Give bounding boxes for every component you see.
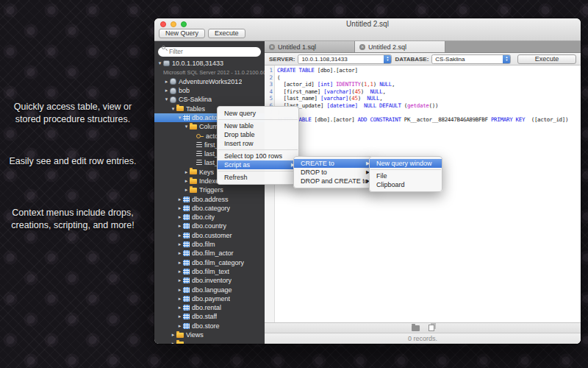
disclosure-closed-icon[interactable]: ▸ bbox=[170, 341, 176, 344]
tree-item-label: Microsoft SQL Server 2012 - 11.0.2100.60… bbox=[163, 69, 265, 76]
table-icon bbox=[183, 250, 190, 256]
tree-item-dbo-address[interactable]: ▸dbo.address bbox=[154, 194, 265, 203]
execute-query-button[interactable]: Execute bbox=[517, 54, 576, 64]
tree-item-dbo-country[interactable]: ▸dbo.country bbox=[154, 222, 265, 230]
disclosure-closed-icon[interactable]: ▸ bbox=[183, 187, 190, 193]
menu-item-script-as[interactable]: Script as▶ bbox=[218, 160, 298, 169]
tree-item-dbo-city[interactable]: ▸dbo.city bbox=[154, 213, 265, 222]
disclosure-closed-icon[interactable]: ▸ bbox=[170, 332, 176, 338]
marketing-blurb-structures: Quickly access table, view or stored pro… bbox=[7, 101, 138, 125]
zoom-window-button[interactable] bbox=[181, 21, 187, 27]
disclosure-open-icon[interactable]: ▾ bbox=[176, 115, 183, 121]
marketing-blurb-context-menus: Context menus include drops, creations, … bbox=[7, 207, 138, 231]
disclosure-closed-icon[interactable]: ▸ bbox=[176, 241, 183, 247]
tree-item-dbo-inventory[interactable]: ▸dbo.inventory bbox=[154, 276, 265, 285]
db-icon bbox=[170, 88, 176, 94]
tree-item-label: CS-Saklina bbox=[179, 96, 212, 103]
server-dropdown[interactable]: 10.0.1.108,31433 ▴▾ bbox=[298, 54, 392, 64]
menu-item-new-table[interactable]: New table bbox=[218, 121, 298, 130]
titlebar[interactable]: Untitled 2.sql bbox=[154, 18, 581, 29]
execute-toolbar-button[interactable]: Execute bbox=[208, 29, 245, 38]
tree-item-dbo-film-text[interactable]: ▸dbo.film_text bbox=[154, 267, 265, 276]
menu-item-new-query-window[interactable]: New query window bbox=[370, 159, 442, 168]
disclosure-closed-icon[interactable]: ▸ bbox=[176, 223, 183, 229]
tree-item-dbo-film-actor[interactable]: ▸dbo.film_actor bbox=[154, 249, 265, 258]
disclosure-closed-icon[interactable]: ▸ bbox=[163, 79, 170, 85]
disclosure-closed-icon[interactable]: ▸ bbox=[176, 214, 183, 220]
window-toolbar: New Query Execute bbox=[154, 29, 581, 40]
code-area[interactable]: CREATE TABLE [dbo].[actor]( [actor_id] [… bbox=[275, 66, 581, 322]
tab-close-icon[interactable]: × bbox=[269, 44, 275, 50]
folder-icon bbox=[176, 106, 184, 111]
disclosure-closed-icon[interactable]: ▸ bbox=[176, 277, 183, 283]
menu-item-refresh[interactable]: Refresh bbox=[218, 173, 298, 182]
tree-item-dbo-language[interactable]: ▸dbo.language bbox=[154, 285, 265, 294]
tree-item-dbo-rental[interactable]: ▸dbo.rental bbox=[154, 303, 265, 312]
disclosure-closed-icon[interactable]: ▸ bbox=[176, 250, 183, 256]
menu-item-file[interactable]: File bbox=[370, 171, 442, 180]
disclosure-closed-icon[interactable]: ▸ bbox=[176, 260, 183, 266]
disclosure-open-icon[interactable]: ▾ bbox=[183, 124, 190, 130]
server-label: SERVER: bbox=[269, 56, 295, 63]
open-file-icon[interactable] bbox=[412, 325, 420, 331]
disclosure-closed-icon[interactable]: ▸ bbox=[176, 323, 183, 329]
create-to-submenu: New query windowFileClipboard bbox=[369, 156, 442, 192]
table-icon bbox=[183, 277, 190, 283]
menu-item-create-to[interactable]: CREATE to▶ bbox=[294, 159, 373, 168]
menu-item-new-query[interactable]: New query bbox=[218, 109, 298, 118]
disclosure-closed-icon[interactable]: ▸ bbox=[163, 88, 170, 93]
tree-item-dbo-store[interactable]: ▸dbo.store bbox=[154, 322, 265, 330]
code-line: [first_name] [varchar](45) NULL, bbox=[277, 88, 581, 96]
disclosure-closed-icon[interactable]: ▸ bbox=[183, 169, 190, 175]
close-window-button[interactable] bbox=[160, 21, 166, 27]
tree-item-dbo-payment[interactable]: ▸dbo.payment bbox=[154, 294, 265, 303]
tab-untitled-1[interactable]: × Untitled 1.sql bbox=[265, 41, 355, 52]
key-icon bbox=[196, 132, 204, 139]
disclosure-closed-icon[interactable]: ▸ bbox=[176, 205, 183, 211]
disclosure-open-icon[interactable]: ▾ bbox=[163, 96, 170, 102]
tree-item-cs-saklina[interactable]: ▾CS-Saklina bbox=[154, 95, 265, 104]
sql-editor[interactable]: 12345678 CREATE TABLE [dbo].[actor]( [ac… bbox=[265, 66, 581, 322]
disclosure-closed-icon[interactable]: ▸ bbox=[176, 233, 183, 238]
tree-item-dbo-customer[interactable]: ▸dbo.customer bbox=[154, 231, 265, 240]
table-icon bbox=[183, 260, 190, 266]
tree-item-dbo-staff[interactable]: ▸dbo.staff bbox=[154, 312, 265, 321]
disclosure-closed-icon[interactable]: ▸ bbox=[176, 197, 183, 202]
filter-input[interactable] bbox=[158, 47, 261, 57]
disclosure-open-icon[interactable]: ▾ bbox=[157, 60, 163, 66]
menu-item-drop-and-create-to[interactable]: DROP and CREATE to▶ bbox=[294, 177, 373, 185]
tree-item-views[interactable]: ▸Views bbox=[154, 330, 265, 339]
tree-item-10-0-1-108-31433[interactable]: ▾10.0.1.108,31433 bbox=[154, 59, 265, 68]
tree-item-item[interactable]: ▸ bbox=[154, 339, 265, 344]
disclosure-open-icon[interactable]: ▾ bbox=[170, 106, 176, 112]
tree-item-adventureworks2012[interactable]: ▸AdventureWorks2012 bbox=[154, 77, 265, 86]
menu-item-select-top-100-rows[interactable]: Select top 100 rows bbox=[218, 152, 298, 160]
menu-item-drop-table[interactable]: Drop table bbox=[218, 130, 298, 139]
tree-item-label: Triggers bbox=[199, 186, 223, 194]
column-icon bbox=[196, 160, 202, 166]
tree-item-dbo-film-category[interactable]: ▸dbo.film_category bbox=[154, 258, 265, 267]
disclosure-closed-icon[interactable]: ▸ bbox=[176, 314, 183, 319]
new-query-button[interactable]: New Query bbox=[159, 29, 205, 38]
disclosure-closed-icon[interactable]: ▸ bbox=[176, 305, 183, 311]
tree-item-microsoft-sql-server-2012-11-0-2100-60[interactable]: Microsoft SQL Server 2012 - 11.0.2100.60… bbox=[154, 68, 265, 77]
tree-item-label: dbo.inventory bbox=[192, 277, 232, 284]
tree-item-triggers[interactable]: ▸Triggers bbox=[154, 185, 265, 194]
column-icon bbox=[196, 142, 202, 148]
disclosure-closed-icon[interactable]: ▸ bbox=[176, 296, 183, 302]
tree-item-dbo-category[interactable]: ▸dbo.category bbox=[154, 204, 265, 213]
copy-icon[interactable] bbox=[429, 325, 434, 331]
tree-item-bob[interactable]: ▸bob bbox=[154, 86, 265, 95]
menu-item-drop-to[interactable]: DROP to▶ bbox=[294, 168, 373, 177]
disclosure-closed-icon[interactable]: ▸ bbox=[176, 287, 183, 293]
tree-item-dbo-film[interactable]: ▸dbo.film bbox=[154, 240, 265, 249]
minimize-window-button[interactable] bbox=[171, 21, 176, 27]
disclosure-closed-icon[interactable]: ▸ bbox=[183, 178, 190, 184]
tab-close-icon[interactable]: × bbox=[359, 44, 365, 50]
tab-untitled-2[interactable]: × Untitled 2.sql bbox=[355, 41, 445, 52]
database-dropdown[interactable]: CS-Saklina ▴▾ bbox=[431, 54, 511, 64]
disclosure-closed-icon[interactable]: ▸ bbox=[176, 269, 183, 275]
menu-item-clipboard[interactable]: Clipboard bbox=[370, 180, 442, 189]
dropdown-stepper-icon: ▴▾ bbox=[503, 54, 510, 64]
menu-item-insert-row[interactable]: Insert row bbox=[218, 139, 298, 148]
